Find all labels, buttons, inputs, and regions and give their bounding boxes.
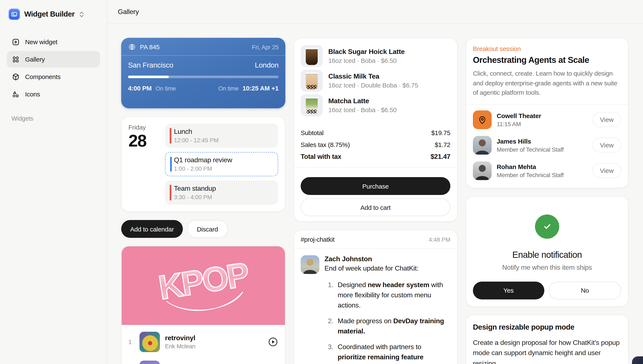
- sidebar-item-icons[interactable]: Icons: [7, 86, 100, 102]
- event-color-bar: [170, 157, 172, 172]
- event-title: Team standup: [174, 185, 273, 192]
- play-button[interactable]: [268, 337, 278, 347]
- summary-value: $19.75: [431, 129, 450, 136]
- summary-value: $21.47: [431, 153, 450, 160]
- yes-button[interactable]: Yes: [473, 282, 544, 299]
- message-text: End of week update for ChatKit:: [324, 264, 450, 272]
- list-text: Designed new header system with more fle…: [338, 280, 450, 310]
- session-eyebrow: Breakout session: [473, 45, 621, 52]
- track-list: 1 retrovinyl Erik Mclean: [122, 325, 285, 364]
- calendar-widget: Friday 28 Lunch 12:00 - 12:45 PM Q1 road…: [121, 116, 285, 212]
- order-widget: Black Sugar Hoick Latte 16oz Iced · Boba…: [293, 38, 458, 222]
- flight-progress-fill: [128, 76, 169, 78]
- list-text: Coordinated with partners to prioritize …: [338, 342, 450, 364]
- track-row: 1 retrovinyl Erik Mclean: [128, 328, 278, 356]
- calendar-weekday: Friday: [128, 124, 159, 131]
- notification-subtitle: Notify me when this item ships: [473, 264, 621, 271]
- list-item: 3. Coordinated with partners to prioriti…: [324, 342, 450, 364]
- flight-progress-bar: [128, 76, 279, 78]
- chat-widget: #proj-chatkit 4:48 PM Zach Johnston: [293, 230, 458, 364]
- summary-value: $1.72: [435, 141, 451, 148]
- drink-photo-milk-tea: [301, 70, 323, 92]
- summary-label: Sales tax (8.75%): [301, 141, 350, 148]
- no-button[interactable]: No: [548, 282, 621, 299]
- summary-total-row: Total with tax $21.47: [301, 153, 450, 160]
- album-art-neon-polaroid: [139, 360, 160, 364]
- gallery-grid-icon: [12, 55, 20, 64]
- widgets-section-label: Widgets: [12, 115, 100, 122]
- main-area: Gallery: [107, 0, 643, 364]
- flight-widget[interactable]: PA 845 Fri, Apr 25 San Francisco London: [121, 38, 285, 108]
- list-item: 1. Designed new header system with more …: [324, 280, 450, 310]
- sidebar-item-label: Components: [25, 73, 61, 80]
- sidebar-item-gallery[interactable]: Gallery: [7, 51, 100, 68]
- sidebar-item-new-widget[interactable]: New widget: [7, 34, 100, 50]
- success-check-icon: [535, 214, 559, 238]
- item-meta: 16oz Iced · Double Boba · $6.75: [328, 82, 418, 89]
- sidebar-item-label: New widget: [25, 38, 57, 46]
- task-body: Create a design proposal for how ChatKit…: [473, 338, 621, 364]
- track-title: retrovinyl: [165, 334, 263, 342]
- discard-button[interactable]: Discard: [187, 220, 228, 238]
- drink-photo-matcha: [301, 94, 323, 116]
- session-description: Click, connect, create. Learn how to qui…: [473, 69, 621, 98]
- list-item: 2. Made progress on DevDay training mate…: [324, 316, 450, 336]
- view-button[interactable]: View: [592, 112, 621, 127]
- list-text: Made progress on DevDay training materia…: [338, 316, 450, 336]
- plus-square-icon: [12, 38, 20, 46]
- event-time: 12:00 - 12:45 PM: [174, 137, 273, 144]
- arrival-time: 10:25 AM +1: [242, 84, 279, 92]
- calendar-event[interactable]: Lunch 12:00 - 12:45 PM: [165, 124, 278, 148]
- flight-date: Fri, Apr 25: [252, 44, 279, 50]
- item-name: Matcha Latte: [328, 97, 396, 105]
- event-time: 1:00 - 2:00 PM: [174, 165, 273, 172]
- purchase-button[interactable]: Purchase: [301, 177, 450, 195]
- list-marker: 2.: [324, 316, 333, 336]
- order-item: Matcha Latte 16oz Iced · Boba · $6.50: [301, 94, 450, 116]
- speaker-role: Member of Technical Staff: [497, 146, 564, 153]
- avatar: [301, 255, 319, 274]
- playlist-widget: KPOP 1 retrovinyl Erik Mclean: [121, 246, 285, 364]
- add-to-calendar-button[interactable]: Add to calendar: [121, 220, 183, 238]
- cube-icon: [12, 72, 20, 81]
- summary-label: Subtotal: [301, 129, 324, 136]
- list-marker: 1.: [324, 280, 333, 310]
- avatar: [473, 136, 492, 154]
- airline-globe-icon: [128, 43, 136, 51]
- view-button[interactable]: View: [592, 163, 621, 178]
- add-to-cart-button[interactable]: Add to cart: [301, 198, 450, 216]
- event-title: Q1 roadmap review: [174, 156, 273, 164]
- item-meta: 16oz Iced · Boba · $6.50: [328, 106, 396, 114]
- location-name: Cowell Theater: [497, 112, 541, 119]
- chevron-updown-icon[interactable]: [79, 10, 85, 18]
- speaker-name: James Hills: [497, 138, 564, 144]
- calendar-actions: Add to calendar Discard: [121, 220, 285, 238]
- order-item: Classic Milk Tea 16oz Iced · Double Boba…: [301, 70, 450, 92]
- app-switcher[interactable]: Widget Builder: [7, 6, 100, 22]
- summary-label: Total with tax: [301, 153, 341, 160]
- session-title: Orchestrating Agents at Scale: [473, 55, 621, 65]
- list-marker: 3.: [324, 342, 333, 364]
- widget-builder-app: Widget Builder New widget: [0, 0, 643, 364]
- message-ordered-list: 1. Designed new header system with more …: [324, 280, 450, 364]
- origin-city: San Francisco: [128, 61, 173, 70]
- calendar-day-number: 28: [128, 131, 159, 150]
- item-name: Black Sugar Hoick Latte: [328, 48, 405, 56]
- session-speaker-row: Rohan Mehta Member of Technical Staff Vi…: [473, 158, 621, 183]
- event-time: 3:30 - 4:00 PM: [174, 194, 273, 200]
- sidebar-nav: New widget Gallery: [7, 34, 100, 102]
- drink-photo-black-sugar: [301, 45, 323, 67]
- item-name: Classic Milk Tea: [328, 73, 418, 80]
- event-color-bar: [170, 128, 171, 144]
- session-speaker-row: James Hills Member of Technical Staff Vi…: [473, 132, 621, 158]
- view-button[interactable]: View: [592, 138, 621, 152]
- message-author: Zach Johnston: [324, 255, 450, 263]
- summary-row: Subtotal $19.75: [301, 129, 450, 136]
- app-title: Widget Builder: [24, 10, 75, 19]
- summary-row: Sales tax (8.75%) $1.72: [301, 141, 450, 148]
- sidebar-item-label: Icons: [25, 90, 40, 98]
- sidebar-item-components[interactable]: Components: [7, 68, 100, 85]
- calendar-event-selected[interactable]: Q1 roadmap review 1:00 - 2:00 PM: [165, 152, 278, 176]
- calendar-event[interactable]: Team standup 3:30 - 4:00 PM: [165, 180, 278, 205]
- sidebar-item-label: Gallery: [25, 56, 45, 63]
